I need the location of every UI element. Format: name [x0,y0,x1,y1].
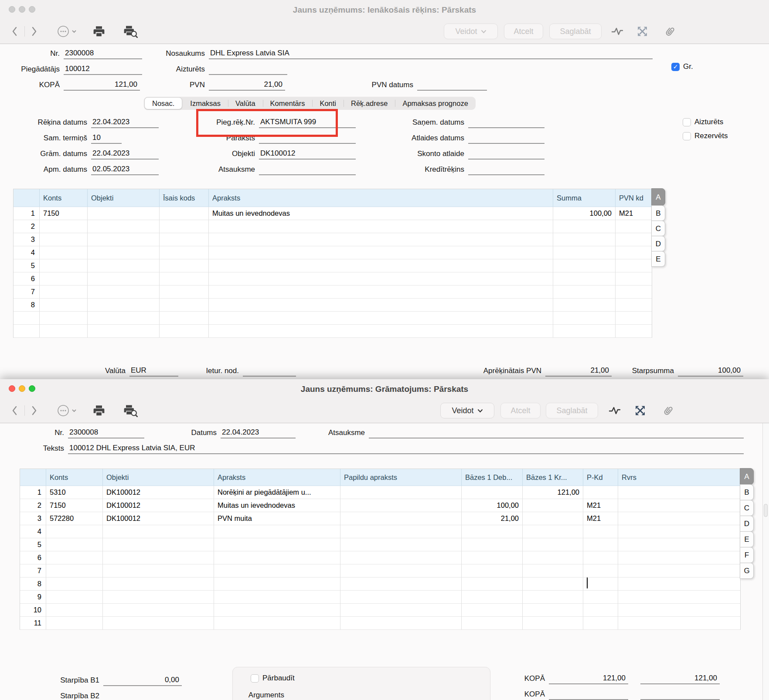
atsauksme-input[interactable] [259,164,356,175]
pvn-input[interactable]: 21,00 [209,79,285,91]
flip-d[interactable]: D [651,236,665,251]
print-preview-icon[interactable] [123,25,138,38]
ietur-nod-input[interactable] [243,365,296,377]
atcelt-button[interactable]: Atcelt [500,403,541,418]
print-icon[interactable] [92,25,105,37]
kopa-label: KOPĀ [13,79,64,91]
valuta-field: Valūta EUR [92,363,178,377]
teksts-input[interactable]: 100012 DHL Express Latvia SIA, EUR [68,443,744,454]
skonto-atlaide-input[interactable] [468,148,544,160]
forward-icon[interactable] [31,26,37,37]
aizturets-checkbox[interactable] [683,118,691,126]
activity-icon[interactable] [611,27,623,36]
gr-checkbox[interactable]: ✓ [671,63,680,71]
apm-datums-input[interactable]: 02.05.2023 [91,164,159,175]
tab-apmaksas-prognoze[interactable]: Apmaksas prognoze [395,97,475,110]
gram-datums-input[interactable]: 22.04.2023 [91,148,159,160]
valuta-input[interactable]: EUR [129,365,178,377]
sam-termins-field: Sam. termiņš 10 [13,130,122,144]
flip-f[interactable]: F [740,547,754,563]
atsauksme-input[interactable] [369,427,744,438]
flip-e[interactable]: E [651,251,665,267]
flip-c[interactable]: C [651,221,665,236]
kreditrekins-input[interactable] [468,164,544,175]
kopa-input[interactable]: 121,00 [64,79,140,91]
flip-d[interactable]: D [740,516,754,532]
nr-input[interactable]: 2300008 [64,48,142,59]
col-isais-kods: Īsais kods [160,189,209,207]
gr-label: Gr. [683,62,693,71]
vertical-scrollbar[interactable] [762,423,769,700]
table-row: 4 [20,525,740,538]
sanem-datums-input[interactable] [468,117,544,128]
apm-datums-field: Apm. datums 02.05.2023 [13,161,159,175]
table-row: 3 [14,233,652,246]
tab-rek-adrese[interactable]: Rēķ.adrese [344,97,395,110]
objekti-input[interactable]: DK100012 [259,148,356,160]
flip-e[interactable]: E [740,531,754,547]
attachment-icon[interactable] [662,404,674,417]
atcelt-button[interactable]: Atcelt [504,24,543,39]
pieg-rek-nr-field: Pieg.rēķ.Nr. AKTSMUITA 999 [177,114,356,128]
flip-a[interactable]: A [740,468,754,485]
tab-izmaksas[interactable]: Izmaksas [183,97,228,110]
pvn-datums-input[interactable] [417,79,487,91]
zoom-button[interactable] [29,385,35,392]
parbaudit-checkbox[interactable] [251,674,259,683]
sam-termins-input[interactable]: 10 [91,133,122,144]
print-preview-icon[interactable] [123,404,138,417]
atlaides-datums-input[interactable] [468,133,544,144]
scrollbar-thumb[interactable] [764,504,768,517]
expand-icon[interactable] [634,405,646,417]
expand-icon[interactable] [636,26,648,37]
saglabat-button[interactable]: Saglabāt [546,403,598,418]
datums-input[interactable]: 22.04.2023 [221,427,296,438]
pieg-rek-nr-input[interactable]: AKTSMUITA 999 [259,117,356,128]
saglabat-button[interactable]: Saglabāt [549,24,602,39]
table-row: 1 5310 DK100012 Norēķini ar piegādātājie… [20,486,740,499]
atsauksme-label: Atsauksme [177,164,259,175]
tab-bar: Nosac. Izmaksas Valūta Komentārs Konti R… [144,97,476,110]
tab-nosac[interactable]: Nosac. [144,97,182,109]
flip-a[interactable]: A [651,188,665,206]
flip-g[interactable]: G [740,563,754,579]
pvn-field: PVN 21,00 [144,77,285,91]
veidot-button[interactable]: Veidot [440,403,494,418]
aizturets-input[interactable] [209,64,287,75]
activity-icon[interactable] [609,406,621,415]
attachment-icon[interactable] [664,25,676,37]
forward-icon[interactable] [31,405,37,416]
zoom-button[interactable] [29,6,35,13]
atlaides-datums-field: Atlaides datums [386,130,544,144]
flip-b[interactable]: B [651,205,665,221]
flip-c[interactable]: C [740,500,754,516]
more-actions-icon[interactable] [57,25,77,38]
back-icon[interactable] [11,26,17,37]
aizturets-checkbox-label: Aizturēts [694,118,723,126]
rezervets-checkbox[interactable] [683,132,691,140]
objekti-label: Objekti [177,148,259,160]
rekina-datums-input[interactable]: 22.04.2023 [91,117,159,128]
paraksts-input[interactable] [259,133,356,144]
piegadatajs-input[interactable]: 100012 [64,64,142,75]
minimize-button[interactable] [19,385,25,392]
tab-valuta[interactable]: Valūta [228,97,263,110]
veidot-button[interactable]: Veidot [444,24,498,39]
more-actions-icon[interactable] [57,404,77,417]
titlebar: Jauns uzņēmums: Grāmatojums: Pārskats [0,379,769,398]
nosaukums-input[interactable]: DHL Express Latvia SIA [209,48,653,59]
table-row: 6 [20,551,740,564]
tab-konti[interactable]: Konti [312,97,344,110]
back-icon[interactable] [11,405,17,416]
tab-komentars[interactable]: Komentārs [263,97,313,110]
nr-input[interactable]: 2300008 [68,427,144,438]
close-button[interactable] [9,385,15,392]
check-icon: ✓ [673,64,678,70]
print-icon[interactable] [92,404,105,417]
close-button[interactable] [9,6,15,13]
col-apraksts: Apraksts [214,469,340,486]
flip-b[interactable]: B [740,484,754,500]
minimize-button[interactable] [19,6,25,13]
arguments-input[interactable] [288,690,471,700]
col-p-kd: P-Kd [583,469,618,486]
